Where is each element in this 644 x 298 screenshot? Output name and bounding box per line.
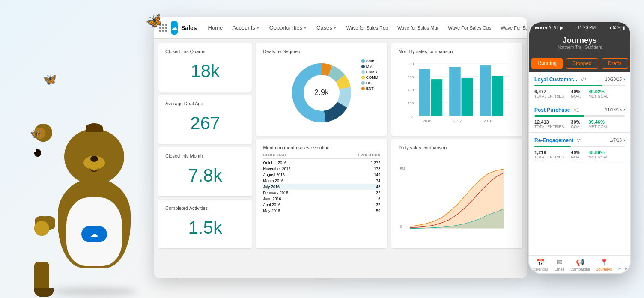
journey-item-1[interactable]: Loyal Customer... V2 10/20/15 › 6,477TOT… [529, 72, 630, 102]
email-icon: ✉ [557, 258, 562, 266]
nav-home[interactable]: Home [204, 22, 227, 33]
journey-1-version: V2 [581, 77, 586, 82]
butterfly-low-icon: 🦋 [30, 128, 42, 140]
journey-1-name: Loyal Customer... [534, 77, 577, 83]
svg-text:400: 400 [408, 88, 414, 92]
line-chart: 5M 0 [398, 153, 516, 241]
svg-text:0: 0 [411, 114, 413, 119]
journey-1-progress-fill [534, 85, 602, 86]
phone-time: 11:20 PM [577, 25, 596, 30]
journey-2-progress-bar [534, 115, 625, 117]
svg-text:0: 0 [400, 225, 402, 229]
table-row-highlight: July 201643 [263, 184, 380, 190]
svg-rect-23 [480, 65, 491, 116]
closed-quarter-value: 18k [165, 57, 245, 86]
avg-deal-age-card: Average Deal Age 267 [158, 95, 252, 144]
table-row: March 201674 [263, 178, 380, 184]
journey-item-2[interactable]: Post Purchase V1 11/18/15 › 12,413TOTAL … [529, 102, 630, 133]
nav-cases[interactable]: Cases ▼ [312, 22, 341, 33]
journey-3-progress-bar [534, 146, 625, 147]
closed-quarter-label: Closed this Quarter [165, 49, 245, 54]
table-row: August 2016149 [263, 172, 380, 178]
closed-month-card: Closed this Month 7.8k [158, 147, 252, 196]
phone-nav-more[interactable]: ··· More [618, 258, 627, 271]
close-date-evolution-table: CLOSE DATE EVOLUTION October 20161,372 N… [263, 153, 380, 214]
svg-text:2.9k: 2.9k [314, 88, 329, 97]
nav-wave-ops[interactable]: Wave For Sales Ops [444, 23, 495, 33]
donut-legend: SMB MM ESMB COMM GB ENT [361, 59, 379, 91]
closed-month-value: 7.8k [165, 161, 245, 190]
svg-text:5M: 5M [400, 167, 405, 171]
phone-header: Journeys Northern Trail Outfitters [529, 33, 630, 55]
dashboard-content: Closed this Quarter 18k Average Deal Age… [154, 39, 527, 278]
journey-2-name: Post Purchase [534, 107, 570, 113]
mobile-phone: ●●●●● AT&T ▶ 11:20 PM ♦ 53% ▮ Journeys N… [528, 21, 631, 274]
col-close-date: CLOSE DATE [263, 153, 287, 157]
journey-2-progress-fill [534, 115, 584, 117]
tab-running[interactable]: Running [531, 58, 563, 69]
journeys-icon: 📍 [600, 258, 608, 266]
completed-activities-label: Completed Activities [165, 206, 245, 211]
nav-opportunities[interactable]: Opportunities ▼ [265, 22, 311, 33]
donut-chart-svg: 2.9k [289, 61, 354, 125]
salesforce-logo[interactable]: ☁ [171, 21, 178, 35]
journey-2-stats: 12,413TOTAL ENTRIES 30%GOAL 39.46%MET GO… [534, 119, 625, 129]
chevron-right-icon-2: › [623, 107, 625, 113]
svg-rect-20 [431, 79, 443, 116]
more-icon: ··· [620, 258, 626, 266]
journey-3-stats: 1,219TOTAL ENTRIES 40%GOAL 45.86%MET GOA… [534, 150, 625, 159]
phone-battery: ♦ 53% ▮ [609, 25, 625, 30]
journey-list: Loyal Customer... V2 10/20/15 › 6,477TOT… [529, 72, 630, 163]
calendar-icon: 📅 [536, 258, 545, 266]
phone-nav-email[interactable]: ✉ Email [555, 258, 564, 271]
phone-subtitle: Northern Trail Outfitters [536, 45, 623, 50]
phone-nav-calendar[interactable]: 📅 Calendar [532, 258, 548, 271]
svg-text:2017: 2017 [453, 119, 462, 123]
nav-accounts[interactable]: Accounts ▼ [228, 22, 264, 33]
phone-app-title: Journeys [536, 36, 623, 45]
closed-month-label: Closed this Month [165, 153, 245, 158]
avg-deal-age-value: 267 [165, 109, 245, 138]
table-row: June 20165 [263, 196, 380, 202]
phone-nav-campaigns[interactable]: 📢 Campaigns [570, 258, 590, 271]
nav-wave-rep[interactable]: Wave for Sales Rep [342, 23, 392, 33]
table-row: November 2016178 [263, 166, 380, 172]
svg-rect-24 [492, 76, 504, 116]
dashboard-grid: Closed this Quarter 18k Average Deal Age… [158, 43, 522, 274]
cloud-icon: ☁ [171, 24, 178, 32]
journey-3-progress-fill [534, 146, 571, 147]
monthly-sales-title: Monthly sales comparison [398, 49, 516, 54]
journey-1-goal: 40% [571, 89, 581, 94]
line-chart-svg: 5M 0 [398, 153, 516, 241]
journey-item-3[interactable]: Re-Engagement V1 1/7/16 › 1,219TOTAL ENT… [529, 133, 630, 163]
nav-wave-mgr[interactable]: Wave for Sales Mgr [393, 23, 443, 33]
journey-3-version: V1 [577, 138, 582, 143]
svg-text:2018: 2018 [484, 119, 492, 123]
deals-segment-title: Deals by Segment [263, 49, 380, 54]
svg-text:200: 200 [408, 101, 414, 105]
avg-deal-age-label: Average Deal Age [165, 101, 245, 106]
completed-activities-value: 1.5k [165, 213, 245, 242]
svg-text:800: 800 [408, 62, 414, 66]
svg-rect-22 [462, 78, 473, 116]
tab-stopped[interactable]: Stopped [566, 58, 598, 69]
nav-wave-exec[interactable]: Wave For Sales Exec [496, 23, 527, 33]
journey-2-version: V1 [574, 108, 579, 113]
table-row: February 201632 [263, 190, 380, 196]
phone-nav-journeys[interactable]: 📍 Journeys [596, 258, 612, 271]
journey-1-stats: 6,477TOTAL ENTRIES 40%GOAL 49.92%MET GOA… [534, 89, 625, 98]
daily-sales-title: Daily sales comparison [398, 145, 516, 150]
svg-text:2016: 2016 [423, 119, 432, 123]
app-name: Sales [181, 24, 197, 31]
table-row: May 2016-59 [263, 208, 380, 214]
journey-3-date: 1/7/16 [610, 138, 622, 143]
metrics-column: Closed this Quarter 18k Average Deal Age… [158, 43, 252, 248]
journey-1-entries: 6,477 [534, 89, 564, 94]
butterfly-mid-icon: 🦋 [43, 73, 57, 86]
nav-items: Home Accounts ▼ Opportunities ▼ Cases ▼ … [204, 21, 527, 34]
journey-1-met-goal: 49.92% [588, 89, 608, 94]
journey-3-name: Re-Engagement [534, 137, 573, 143]
bar-chart: 800 600 400 200 0 [398, 57, 516, 129]
tab-drafts[interactable]: Drafts [602, 58, 628, 69]
campaigns-icon: 📢 [576, 258, 584, 266]
